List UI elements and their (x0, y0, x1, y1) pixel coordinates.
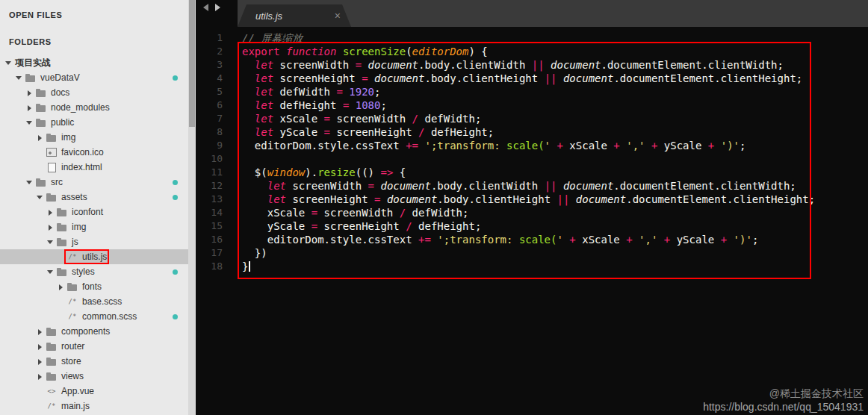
chevron-right-icon[interactable] (36, 357, 46, 366)
chevron-down-icon[interactable] (25, 118, 35, 128)
modified-dot-icon (173, 195, 178, 200)
modified-dot-icon (173, 314, 178, 319)
folder-icon (46, 327, 58, 337)
close-icon[interactable]: × (335, 10, 341, 21)
tree-item-index.html[interactable]: index.html (0, 160, 188, 175)
chevron-down-icon[interactable] (25, 178, 35, 187)
forward-icon[interactable] (215, 4, 220, 11)
tree-item-components[interactable]: components (0, 324, 188, 339)
code-line: let defWidth = 1920; (242, 85, 815, 99)
folder-icon (46, 357, 58, 366)
tree-item-common.scss[interactable]: common.scss (0, 309, 188, 324)
code-line: export function screenSize(editorDom) { (242, 45, 815, 58)
line-number: 18 (196, 260, 223, 273)
folder-icon (56, 222, 68, 232)
tree-item-assets[interactable]: assets (0, 190, 188, 205)
chevron-right-icon[interactable] (36, 327, 46, 337)
tree-item-favicon.ico[interactable]: favicon.ico (0, 145, 188, 160)
code-line: editorDom.style.cssText += ';transform: … (242, 233, 815, 246)
tree-item-img[interactable]: img (0, 130, 188, 145)
chevron-right-icon[interactable] (46, 208, 56, 217)
line-number: 16 (196, 233, 223, 246)
tree-item-App.vue[interactable]: App.vue (0, 384, 188, 399)
slashstar-file-icon (66, 252, 78, 262)
folder-icon (56, 237, 68, 247)
watermark-community: @稀土掘金技术社区 (703, 387, 864, 401)
folder-icon (66, 282, 78, 292)
chevron-right-icon[interactable] (25, 88, 35, 98)
tree-item-项目实战[interactable]: 项目实战 (0, 55, 188, 70)
slashstar-file-icon (66, 312, 78, 322)
tree-item-views[interactable]: views (0, 369, 188, 384)
tree-item-docs[interactable]: docs (0, 85, 188, 100)
tree-item-base.scss[interactable]: base.scss (0, 294, 188, 309)
chevron-right-icon[interactable] (46, 222, 56, 232)
chevron-right-icon[interactable] (36, 133, 46, 143)
tree-item-store[interactable]: store (0, 354, 188, 369)
line-number: 5 (196, 85, 223, 99)
code-content[interactable]: // 屏幕缩放export function screenSize(editor… (230, 31, 815, 415)
watermark-url: https://blog.csdn.net/qq_15041931 (703, 401, 864, 414)
folder-tree: 项目实战vueDataVdocsnode_modulespublicimgfav… (0, 55, 188, 414)
tree-item-label: App.vue (61, 386, 94, 396)
tree-item-img[interactable]: img (0, 219, 188, 234)
chevron-down-icon[interactable] (36, 193, 46, 202)
sidebar-scrollbar[interactable] (188, 0, 196, 415)
line-number: 6 (196, 99, 223, 112)
folder-icon (56, 208, 68, 217)
chevron-right-icon[interactable] (36, 342, 46, 352)
tree-item-router[interactable]: router (0, 339, 188, 354)
tree-item-main.js[interactable]: main.js (0, 399, 188, 414)
line-number-gutter: 123456789101112131415161718 (196, 31, 230, 415)
open-files-header: OPEN FILES (9, 10, 196, 19)
tree-item-label: fonts (82, 281, 102, 292)
folder-icon (35, 118, 47, 128)
tree-item-label: favicon.ico (61, 147, 104, 157)
chevron-down-icon[interactable] (46, 237, 56, 247)
tree-item-vueDataV[interactable]: vueDataV (0, 70, 188, 85)
line-number: 7 (196, 112, 223, 125)
app-window: OPEN FILES FOLDERS 项目实战vueDataVdocsnode_… (0, 0, 868, 415)
line-number: 14 (196, 206, 223, 219)
tree-item-public[interactable]: public (0, 115, 188, 130)
chevron-right-icon[interactable] (57, 282, 66, 292)
nav-history-box (196, 0, 238, 27)
tree-item-label: vueDataV (40, 72, 80, 83)
code-line: } (242, 260, 815, 273)
tree-item-js[interactable]: js (0, 234, 188, 249)
line-number: 9 (196, 139, 223, 152)
sidebar-scrollbar-thumb[interactable] (189, 0, 195, 127)
folder-icon (46, 372, 58, 381)
tree-item-label: styles (72, 266, 95, 277)
tree-item-styles[interactable]: styles (0, 264, 188, 279)
chevron-down-icon[interactable] (15, 73, 25, 83)
code-line: let defHeight = 1080; (242, 99, 815, 112)
folder-icon (46, 133, 58, 143)
line-number: 12 (196, 179, 223, 193)
tab-title: utils.js (255, 10, 282, 22)
tree-item-label: js (72, 237, 78, 247)
tree-item-utils.js[interactable]: utils.js (0, 249, 188, 264)
tree-item-node_modules[interactable]: node_modules (0, 100, 188, 115)
tree-item-label: public (51, 117, 74, 128)
chevron-down-icon[interactable] (4, 58, 14, 68)
line-number: 4 (196, 72, 223, 85)
code-line: let screenHeight = document.body.clientH… (242, 72, 815, 85)
tab-utils-js[interactable]: utils.js × (238, 4, 351, 27)
chevron-right-icon[interactable] (25, 103, 35, 113)
back-icon[interactable] (203, 4, 208, 11)
tree-item-iconfont[interactable]: iconfont (0, 205, 188, 219)
tree-item-label: views (61, 371, 84, 381)
tree-item-label: index.html (61, 162, 102, 172)
code-area[interactable]: 123456789101112131415161718 // 屏幕缩放expor… (196, 27, 868, 415)
chevron-down-icon[interactable] (46, 267, 56, 277)
folder-icon (35, 88, 47, 98)
code-line: let xScale = screenWidth / defWidth; (242, 112, 815, 125)
tree-item-label: 项目实战 (15, 57, 51, 69)
tree-item-src[interactable]: src (0, 175, 188, 190)
tree-item-label: src (51, 177, 63, 187)
file-file-icon (46, 163, 58, 172)
chevron-right-icon[interactable] (36, 372, 46, 381)
tree-item-fonts[interactable]: fonts (0, 279, 188, 294)
code-line: let yScale = screenHeight / defHeight; (242, 125, 815, 139)
